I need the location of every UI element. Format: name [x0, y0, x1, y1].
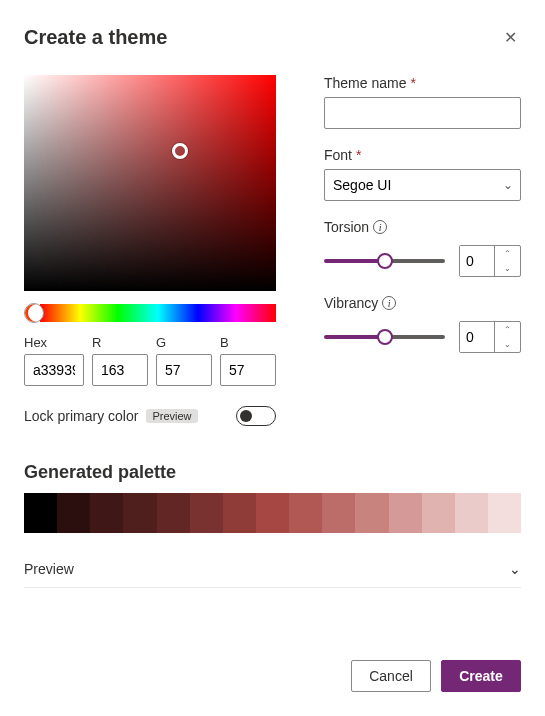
palette-swatch [422, 493, 455, 533]
torsion-slider[interactable] [324, 253, 445, 269]
vibrancy-down[interactable]: ⌄ [495, 337, 519, 352]
hue-slider[interactable] [40, 304, 276, 322]
font-label: Font * [324, 147, 521, 163]
palette-swatch [355, 493, 388, 533]
saturation-value-area[interactable] [24, 75, 276, 291]
vibrancy-spinbox[interactable]: ⌃ ⌄ [459, 321, 521, 353]
b-input[interactable] [220, 354, 276, 386]
palette-swatch [223, 493, 256, 533]
hue-handle[interactable] [24, 303, 44, 323]
preview-label: Preview [24, 561, 74, 577]
palette-swatch [57, 493, 90, 533]
palette-swatch [322, 493, 355, 533]
dialog-title: Create a theme [24, 26, 167, 49]
palette-swatch [190, 493, 223, 533]
create-button[interactable]: Create [441, 660, 521, 692]
info-icon[interactable]: i [373, 220, 387, 234]
generated-palette-title: Generated palette [24, 462, 521, 483]
preview-accordion[interactable]: Preview ⌄ [24, 551, 521, 588]
palette-swatch [24, 493, 57, 533]
close-button[interactable]: ✕ [500, 24, 521, 51]
sv-handle[interactable] [172, 143, 188, 159]
torsion-down[interactable]: ⌄ [495, 261, 519, 276]
torsion-label: Torsion [324, 219, 369, 235]
palette-swatch [389, 493, 422, 533]
theme-name-input[interactable] [324, 97, 521, 129]
r-label: R [92, 335, 148, 350]
info-icon[interactable]: i [382, 296, 396, 310]
r-input[interactable] [92, 354, 148, 386]
close-icon: ✕ [504, 29, 517, 46]
g-input[interactable] [156, 354, 212, 386]
torsion-up[interactable]: ⌃ [495, 246, 519, 261]
lock-primary-label: Lock primary color [24, 408, 138, 424]
vibrancy-label: Vibrancy [324, 295, 378, 311]
torsion-value[interactable] [460, 246, 494, 276]
vibrancy-up[interactable]: ⌃ [495, 322, 519, 337]
cancel-button[interactable]: Cancel [351, 660, 431, 692]
generated-palette [24, 493, 521, 533]
vibrancy-slider[interactable] [324, 329, 445, 345]
font-select[interactable] [324, 169, 521, 201]
vibrancy-value[interactable] [460, 322, 494, 352]
palette-swatch [488, 493, 521, 533]
chevron-down-icon: ⌄ [509, 561, 521, 577]
theme-name-label: Theme name * [324, 75, 521, 91]
lock-primary-toggle[interactable] [236, 406, 276, 426]
b-label: B [220, 335, 276, 350]
palette-swatch [289, 493, 322, 533]
g-label: G [156, 335, 212, 350]
palette-swatch [123, 493, 156, 533]
palette-swatch [455, 493, 488, 533]
palette-swatch [90, 493, 123, 533]
palette-swatch [157, 493, 190, 533]
preview-badge: Preview [146, 409, 197, 423]
torsion-spinbox[interactable]: ⌃ ⌄ [459, 245, 521, 277]
hex-label: Hex [24, 335, 84, 350]
hex-input[interactable] [24, 354, 84, 386]
palette-swatch [256, 493, 289, 533]
